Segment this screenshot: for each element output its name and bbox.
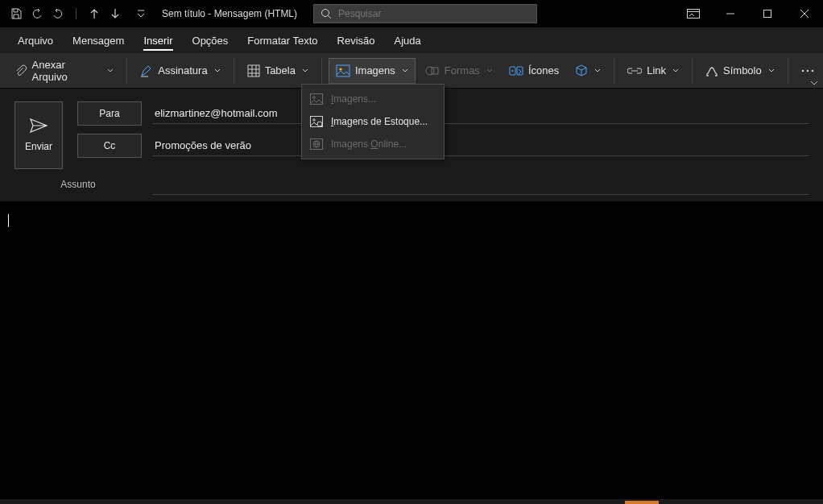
status-bar	[0, 501, 823, 504]
svg-rect-11	[688, 10, 700, 19]
chevron-down-icon	[302, 68, 308, 74]
subject-input[interactable]	[153, 174, 809, 195]
attach-file-label: Anexar Arquivo	[32, 59, 101, 83]
ribbon-display-options-icon[interactable]	[675, 2, 712, 26]
svg-point-34	[313, 97, 316, 99]
send-label: Enviar	[25, 141, 52, 152]
svg-point-29	[511, 70, 513, 72]
collapse-ribbon-icon[interactable]	[810, 80, 818, 86]
table-button[interactable]: Tabela	[241, 58, 315, 84]
svg-rect-23	[337, 65, 349, 76]
qat-separator	[76, 8, 77, 19]
svg-point-32	[811, 69, 813, 72]
ribbon-separator	[614, 58, 614, 84]
tab-review[interactable]: Revisão	[328, 27, 385, 53]
svg-point-31	[806, 69, 809, 72]
chevron-down-icon	[402, 68, 408, 74]
subject-row: Assunto	[14, 174, 809, 195]
ribbon-separator	[321, 58, 322, 84]
ribbon-overflow-button[interactable]	[801, 68, 823, 73]
tab-insert[interactable]: Inserir	[134, 27, 182, 53]
tab-help[interactable]: Ajuda	[384, 27, 430, 53]
previous-item-icon[interactable]	[88, 7, 101, 20]
signature-icon	[140, 64, 153, 77]
to-input[interactable]	[153, 103, 809, 124]
status-accent	[625, 501, 659, 504]
symbol-label: Símbolo	[723, 64, 762, 76]
minimize-button[interactable]	[712, 2, 749, 26]
to-button[interactable]: Para	[77, 101, 142, 126]
cc-input[interactable]	[153, 135, 809, 156]
ribbon-tabs: Arquivo Mensagem Inserir Opções Formatar…	[0, 27, 823, 53]
tab-file[interactable]: Arquivo	[8, 27, 63, 53]
window-title: Sem título - Mensagem (HTML)	[162, 8, 297, 19]
next-item-icon[interactable]	[109, 7, 122, 20]
chevron-down-icon	[214, 68, 221, 74]
shapes-button[interactable]: Formas	[419, 58, 499, 84]
svg-rect-12	[688, 10, 700, 12]
maximize-button[interactable]	[749, 2, 786, 26]
ribbon-separator	[692, 58, 693, 84]
tab-format-text[interactable]: Formatar Texto	[238, 27, 327, 53]
search-input[interactable]	[338, 8, 530, 19]
tab-options[interactable]: Opções	[183, 27, 238, 53]
menu-label: Imagens de Estoque...	[331, 116, 428, 127]
redo-icon[interactable]	[52, 7, 64, 20]
chevron-down-icon	[672, 68, 679, 74]
close-button[interactable]	[786, 2, 823, 26]
svg-point-36	[313, 119, 315, 121]
svg-point-9	[322, 10, 329, 17]
tab-message[interactable]: Mensagem	[63, 27, 134, 53]
icons-icon	[509, 64, 523, 77]
paperclip-icon	[14, 64, 27, 77]
chevron-down-icon	[486, 68, 493, 74]
svg-line-10	[329, 16, 332, 19]
quick-access-toolbar	[0, 7, 147, 20]
ribbon-separator	[788, 58, 788, 84]
chevron-down-icon	[768, 68, 775, 74]
menu-online-images: Imagens Online...	[302, 133, 444, 155]
attach-file-button[interactable]: Anexar Arquivo	[8, 58, 120, 84]
message-body[interactable]	[0, 193, 823, 499]
menu-stock-images[interactable]: Imagens de Estoque...	[302, 110, 444, 133]
window-controls	[675, 2, 823, 26]
send-icon	[30, 118, 48, 133]
omega-icon	[705, 64, 718, 77]
undo-icon[interactable]	[31, 7, 43, 20]
signature-label: Assinatura	[158, 64, 207, 76]
menu-label: Imagens...	[331, 93, 376, 105]
symbol-button[interactable]: Símbolo	[699, 58, 781, 84]
chevron-down-icon	[594, 68, 601, 74]
svg-rect-18	[248, 65, 259, 76]
qat-customize-icon[interactable]	[134, 7, 147, 20]
menu-label: Imagens Online...	[331, 138, 407, 150]
svg-point-24	[339, 68, 341, 70]
shapes-label: Formas	[445, 64, 480, 76]
cube-icon	[575, 64, 588, 77]
icons-button[interactable]: Ícones	[502, 58, 565, 84]
images-label: Imagens	[355, 64, 395, 76]
ribbon-separator	[234, 58, 234, 84]
picture-icon	[336, 64, 350, 77]
search-box[interactable]	[313, 4, 537, 23]
cc-button[interactable]: Cc	[77, 134, 142, 158]
shapes-icon	[425, 64, 440, 77]
link-button[interactable]: Link	[621, 58, 685, 84]
signature-button[interactable]: Assinatura	[134, 58, 226, 84]
title-bar: Sem título - Mensagem (HTML)	[0, 0, 823, 27]
3dmodels-button[interactable]	[569, 58, 607, 84]
search-icon	[321, 8, 332, 19]
ribbon-separator	[126, 58, 127, 84]
stock-images-icon	[310, 115, 323, 128]
icons-label: Ícones	[528, 64, 559, 76]
send-button[interactable]: Enviar	[14, 101, 63, 169]
save-icon[interactable]	[10, 7, 23, 20]
images-dropdown: Imagens... Imagens de Estoque... Imagens…	[301, 84, 445, 159]
menu-images-from-file: Imagens...	[302, 88, 444, 110]
svg-rect-14	[764, 10, 771, 18]
link-label: Link	[647, 64, 666, 76]
text-cursor	[8, 214, 9, 227]
online-images-icon	[310, 138, 323, 151]
picture-icon	[310, 93, 323, 105]
images-button[interactable]: Imagens	[329, 58, 416, 84]
